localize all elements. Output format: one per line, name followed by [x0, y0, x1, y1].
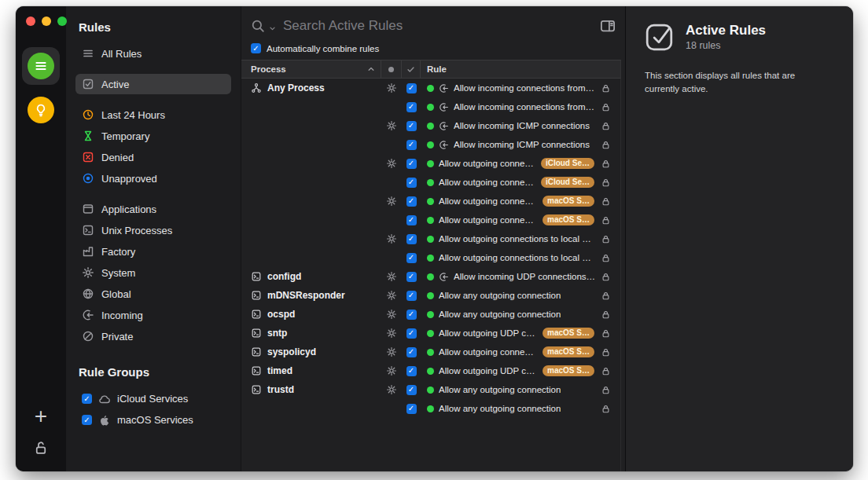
sidebar-item-applications[interactable]: Applications	[75, 199, 231, 219]
rule-row[interactable]: Allow outgoing connections to local n…	[241, 248, 620, 267]
unlock-icon[interactable]	[33, 440, 49, 456]
gear-icon[interactable]	[386, 233, 397, 244]
rule-enabled-checkbox[interactable]	[406, 178, 417, 188]
rule-row[interactable]: Allow incoming ICMP connections	[241, 135, 620, 154]
rule-enabled-checkbox[interactable]	[406, 159, 417, 169]
rule-row[interactable]: Allow outgoing connec… iCloud Se…	[241, 173, 620, 192]
rail-rules-tab[interactable]	[22, 47, 60, 85]
gear-icon[interactable]	[386, 365, 397, 376]
toggle-inspector-button[interactable]	[600, 18, 616, 34]
rule-row[interactable]: Allow outgoing connec… iCloud Se…	[241, 154, 620, 173]
slash-circle-icon	[82, 330, 94, 343]
rule-enabled-checkbox[interactable]	[406, 347, 417, 357]
rule-enabled-checkbox[interactable]	[406, 328, 417, 339]
sidebar-item-denied[interactable]: Denied	[75, 147, 231, 167]
rule-enabled-checkbox[interactable]	[406, 291, 417, 301]
minimize-button[interactable]	[42, 16, 51, 26]
rule-row[interactable]: Allow incoming connections from l…	[241, 97, 620, 116]
rule-enabled-checkbox[interactable]	[406, 404, 417, 414]
rule-enabled-checkbox[interactable]	[406, 366, 417, 376]
sidebar-item-unapproved[interactable]: Unapproved	[75, 168, 231, 189]
rule-text: Allow any outgoing connection	[439, 385, 561, 394]
rule-enabled-checkbox[interactable]	[406, 196, 417, 207]
rule-row[interactable]: Allow outgoing connec… macOS S…	[241, 192, 620, 211]
rule-column-header[interactable]: Rule	[421, 64, 620, 74]
close-button[interactable]	[26, 16, 35, 26]
sidebar-item-global[interactable]: Global	[75, 284, 231, 304]
search-scope-chevron-icon[interactable]	[269, 25, 276, 32]
gear-icon[interactable]	[386, 82, 397, 93]
sidebar-item-system[interactable]: System	[75, 262, 231, 283]
incoming-icon	[439, 102, 449, 112]
gear-icon[interactable]	[386, 384, 397, 395]
sidebar-item-temporary[interactable]: Temporary	[75, 126, 231, 146]
lock-icon	[601, 140, 611, 150]
gear-icon[interactable]	[386, 290, 397, 301]
lock-icon	[601, 253, 611, 263]
rule-text: Allow outgoing UDP co…	[439, 366, 538, 376]
gear-icon[interactable]	[386, 158, 397, 169]
sidebar-item-label: Denied	[101, 152, 134, 163]
rule-row[interactable]: trustd Allow any outgoing connection	[241, 380, 620, 399]
process-column-label: Process	[251, 64, 286, 74]
gear-icon[interactable]	[386, 196, 397, 207]
rule-group-icloud-services[interactable]: iCloud Services	[75, 388, 231, 409]
terminal-icon	[251, 271, 262, 282]
rule-row[interactable]: Allow any outgoing connection	[241, 399, 620, 418]
sidebar-item-private[interactable]: Private	[75, 326, 231, 346]
sidebar-item-unix-processes[interactable]: Unix Processes	[75, 220, 231, 240]
rule-enabled-checkbox[interactable]	[406, 215, 417, 225]
rule-row[interactable]: Allow outgoing connec… macOS S…	[241, 211, 620, 229]
rule-row[interactable]: timed Allow outgoing UDP co… macOS S…	[241, 361, 620, 380]
search-field[interactable]: Search Active Rules	[251, 14, 616, 38]
rule-text: Allow any outgoing connection	[439, 291, 561, 300]
combine-rules-option[interactable]: Automatically combine rules	[251, 43, 616, 53]
rule-enabled-checkbox[interactable]	[406, 272, 417, 282]
status-column-header[interactable]	[381, 60, 402, 78]
zoom-button[interactable]	[57, 16, 67, 26]
status-dot	[427, 141, 434, 148]
gear-icon[interactable]	[386, 271, 397, 282]
combine-rules-checkbox[interactable]	[251, 43, 261, 53]
rule-enabled-checkbox[interactable]	[406, 140, 417, 150]
sidebar-item-factory[interactable]: Factory	[75, 241, 231, 262]
rule-enabled-checkbox[interactable]	[406, 121, 417, 131]
rail-suggestions-tab[interactable]	[22, 91, 60, 129]
gear-icon[interactable]	[386, 309, 397, 320]
rule-text: Allow outgoing connections to local n…	[439, 234, 596, 244]
rule-enabled-checkbox[interactable]	[406, 102, 417, 112]
sidebar-item-all-rules[interactable]: All Rules	[75, 43, 231, 64]
rule-row[interactable]: ocspd Allow any outgoing connection	[241, 305, 620, 324]
rule-groups-title: Rule Groups	[79, 365, 228, 379]
rule-row[interactable]: sntp Allow outgoing UDP co… macOS S…	[241, 324, 620, 343]
sidebar-item-last-24-hours[interactable]: Last 24 Hours	[75, 104, 231, 125]
rule-group-checkbox[interactable]	[82, 415, 92, 425]
rule-row[interactable]: Any Process Allow incoming connections f…	[241, 79, 620, 97]
rule-row[interactable]: mDNSResponder Allow any outgoing connect…	[241, 286, 620, 305]
gear-icon[interactable]	[386, 120, 397, 131]
enabled-column-header[interactable]	[402, 60, 421, 78]
rule-enabled-checkbox[interactable]	[406, 234, 417, 244]
add-rule-button[interactable]: +	[35, 405, 47, 427]
process-column-header[interactable]: Process	[241, 60, 381, 78]
rule-row[interactable]: configd Allow incoming UDP connections t…	[241, 267, 620, 286]
rule-row[interactable]: Allow incoming ICMP connections	[241, 116, 620, 135]
rule-group-checkbox[interactable]	[82, 394, 92, 404]
rule-text: Allow outgoing connec…	[439, 196, 538, 206]
rule-enabled-checkbox[interactable]	[406, 253, 417, 263]
rule-enabled-checkbox[interactable]	[406, 83, 417, 93]
rule-row[interactable]: syspolicyd Allow outgoing connec… macOS …	[241, 343, 620, 361]
rule-text: Allow any outgoing connection	[439, 404, 561, 413]
x-square-icon	[82, 151, 94, 163]
rule-group-list: iCloud Services macOS Services	[75, 388, 231, 431]
gear-icon[interactable]	[386, 346, 397, 357]
rule-row[interactable]: Allow outgoing connections to local n…	[241, 229, 620, 248]
sidebar-item-incoming[interactable]: Incoming	[75, 305, 231, 325]
gear-icon[interactable]	[386, 328, 397, 339]
status-dot	[427, 273, 434, 280]
rule-enabled-checkbox[interactable]	[406, 385, 417, 395]
rule-group-macos-services[interactable]: macOS Services	[75, 409, 231, 431]
sidebar-item-active[interactable]: Active	[75, 74, 231, 94]
rule-text: Allow any outgoing connection	[439, 310, 561, 319]
rule-enabled-checkbox[interactable]	[406, 310, 417, 320]
